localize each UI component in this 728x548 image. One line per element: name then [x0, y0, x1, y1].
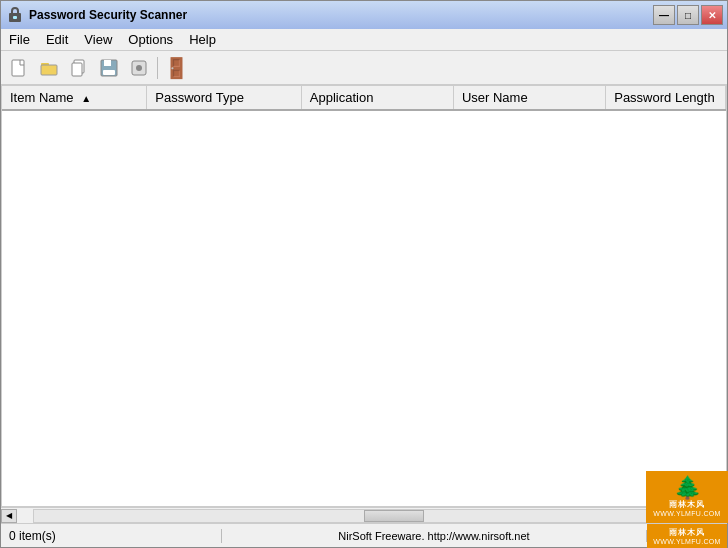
close-button[interactable]: ✕	[701, 5, 723, 25]
minimize-button[interactable]: —	[653, 5, 675, 25]
status-bar: 0 item(s) NirSoft Freeware. http://www.n…	[1, 523, 727, 547]
col-user-name[interactable]: User Name	[453, 86, 605, 110]
watermark-tree-icon: 🌲	[674, 477, 701, 499]
status-freeware: NirSoft Freeware. http://www.nirsoft.net	[222, 530, 647, 542]
col-item-name[interactable]: Item Name ▲	[2, 86, 147, 110]
table-container[interactable]: Item Name ▲ Password Type Application Us…	[1, 85, 727, 507]
table-header-row: Item Name ▲ Password Type Application Us…	[2, 86, 726, 110]
toolbar-properties[interactable]	[125, 55, 153, 81]
menu-file[interactable]: File	[1, 30, 38, 49]
app-icon	[7, 7, 23, 23]
menu-help[interactable]: Help	[181, 30, 224, 49]
h-scrollbar[interactable]: ◀ ▶	[1, 507, 727, 523]
toolbar-new[interactable]	[5, 55, 33, 81]
scrollbar-thumb[interactable]	[364, 510, 424, 522]
svg-rect-4	[41, 65, 57, 75]
data-table: Item Name ▲ Password Type Application Us…	[2, 86, 726, 111]
title-buttons: — □ ✕	[653, 5, 723, 25]
watermark-overlay: 🌲 雨林木风 WWW.YLMFU.COM	[646, 471, 728, 523]
scroll-left-btn[interactable]: ◀	[1, 509, 17, 523]
toolbar-separator	[157, 57, 158, 79]
svg-rect-9	[103, 70, 115, 75]
menu-bar: File Edit View Options Help	[1, 29, 727, 51]
watermark-url-text: WWW.YLMFU.COM	[653, 510, 720, 517]
col-application[interactable]: Application	[301, 86, 453, 110]
col-password-type[interactable]: Password Type	[147, 86, 302, 110]
svg-rect-1	[13, 16, 17, 19]
watermark-line2: WWW.YLMFU.COM	[653, 538, 720, 545]
col-password-length[interactable]: Password Length	[606, 86, 726, 110]
toolbar: 🚪	[1, 51, 727, 85]
toolbar-copy[interactable]	[65, 55, 93, 81]
sort-arrow: ▲	[81, 93, 91, 104]
menu-edit[interactable]: Edit	[38, 30, 76, 49]
menu-view[interactable]: View	[76, 30, 120, 49]
status-item-count: 0 item(s)	[1, 529, 222, 543]
maximize-button[interactable]: □	[677, 5, 699, 25]
svg-rect-6	[72, 63, 82, 76]
menu-options[interactable]: Options	[120, 30, 181, 49]
watermark-badge: 雨林木风 WWW.YLMFU.COM	[647, 524, 727, 548]
toolbar-exit[interactable]: 🚪	[162, 55, 190, 81]
svg-point-11	[136, 65, 142, 71]
title-bar-left: Password Security Scanner	[7, 7, 187, 23]
toolbar-save[interactable]	[95, 55, 123, 81]
watermark-line1: 雨林木风	[669, 527, 705, 538]
main-window: Password Security Scanner — □ ✕ File Edi…	[0, 0, 728, 548]
toolbar-open[interactable]	[35, 55, 63, 81]
window-title: Password Security Scanner	[29, 8, 187, 22]
watermark-chinese-text: 雨林木风	[669, 500, 705, 510]
svg-rect-2	[12, 60, 24, 76]
scrollbar-track[interactable]	[33, 509, 695, 523]
svg-rect-8	[104, 60, 111, 66]
title-bar: Password Security Scanner — □ ✕	[1, 1, 727, 29]
